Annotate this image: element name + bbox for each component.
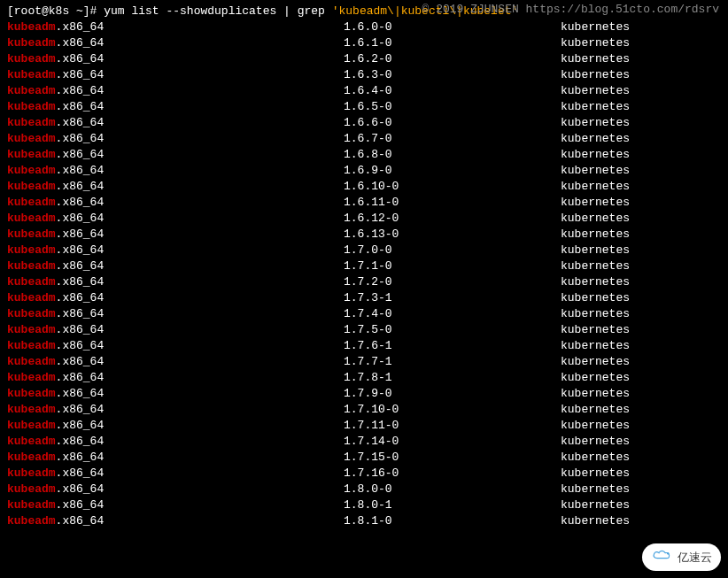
package-name: kubeadm: [7, 132, 56, 145]
package-name: kubeadm: [7, 291, 56, 304]
package-row: kubeadm.x86_641.7.15-0kubernetes: [7, 450, 721, 466]
package-version: 1.7.3-1: [344, 290, 561, 306]
package-name-cell: kubeadm.x86_64: [7, 179, 344, 195]
package-name: kubeadm: [7, 514, 56, 528]
package-list-output: kubeadm.x86_641.6.0-0kuberneteskubeadm.x…: [7, 19, 721, 529]
package-name-cell: kubeadm.x86_64: [7, 338, 344, 354]
package-name-cell: kubeadm.x86_64: [7, 482, 344, 497]
package-arch: .x86_64: [56, 84, 105, 97]
package-name-cell: kubeadm.x86_64: [7, 211, 344, 227]
package-version: 1.6.5-0: [344, 99, 561, 115]
package-row: kubeadm.x86_641.6.13-0kubernetes: [7, 227, 721, 243]
package-arch: .x86_64: [56, 212, 105, 225]
package-name-cell: kubeadm.x86_64: [7, 147, 344, 163]
package-arch: .x86_64: [56, 482, 105, 496]
package-row: kubeadm.x86_641.6.10-0kubernetes: [7, 179, 721, 195]
package-name-cell: kubeadm.x86_64: [7, 466, 344, 482]
watermark-text: © 2019 ZJUNSEN https://blog.51cto.com/rd…: [422, 2, 719, 18]
package-name-cell: kubeadm.x86_64: [7, 386, 344, 402]
package-arch: .x86_64: [56, 132, 105, 145]
package-name: kubeadm: [7, 52, 56, 66]
package-version: 1.6.7-0: [344, 131, 561, 147]
package-row: kubeadm.x86_641.8.0-1kubernetes: [7, 497, 721, 513]
package-version: 1.7.6-1: [344, 338, 561, 354]
package-row: kubeadm.x86_641.6.0-0kubernetes: [7, 19, 721, 35]
package-repo: kubernetes: [561, 450, 630, 466]
package-arch: .x86_64: [56, 36, 105, 50]
package-arch: .x86_64: [56, 387, 105, 400]
package-arch: .x86_64: [56, 148, 105, 161]
package-name: kubeadm: [7, 36, 56, 50]
package-name-cell: kubeadm.x86_64: [7, 51, 344, 67]
package-name: kubeadm: [7, 148, 56, 161]
package-name: kubeadm: [7, 403, 56, 416]
package-arch: .x86_64: [56, 419, 105, 432]
package-name: kubeadm: [7, 164, 56, 177]
package-arch: .x86_64: [56, 275, 105, 289]
package-row: kubeadm.x86_641.6.11-0kubernetes: [7, 195, 721, 211]
provider-badge: 亿速云: [642, 543, 721, 571]
package-repo: kubernetes: [561, 258, 630, 274]
package-name-cell: kubeadm.x86_64: [7, 354, 344, 370]
package-row: kubeadm.x86_641.6.7-0kubernetes: [7, 131, 721, 147]
package-repo: kubernetes: [561, 35, 630, 51]
package-name-cell: kubeadm.x86_64: [7, 497, 344, 513]
package-name: kubeadm: [7, 259, 56, 273]
package-repo: kubernetes: [561, 354, 630, 370]
package-repo: kubernetes: [561, 243, 630, 258]
package-version: 1.6.9-0: [344, 163, 561, 179]
package-row: kubeadm.x86_641.8.0-0kubernetes: [7, 482, 721, 497]
package-row: kubeadm.x86_641.7.6-1kubernetes: [7, 338, 721, 354]
package-repo: kubernetes: [561, 513, 630, 529]
package-repo: kubernetes: [561, 51, 630, 67]
package-arch: .x86_64: [56, 227, 105, 241]
package-name: kubeadm: [7, 466, 56, 480]
package-name: kubeadm: [7, 307, 56, 320]
package-version: 1.7.7-1: [344, 354, 561, 370]
package-version: 1.6.11-0: [344, 195, 561, 211]
package-name-cell: kubeadm.x86_64: [7, 227, 344, 243]
package-name: kubeadm: [7, 180, 56, 193]
package-repo: kubernetes: [561, 497, 630, 513]
package-repo: kubernetes: [561, 227, 630, 243]
package-name-cell: kubeadm.x86_64: [7, 306, 344, 322]
package-name-cell: kubeadm.x86_64: [7, 370, 344, 386]
package-name: kubeadm: [7, 100, 56, 113]
package-repo: kubernetes: [561, 386, 630, 402]
package-version: 1.6.3-0: [344, 67, 561, 83]
package-name-cell: kubeadm.x86_64: [7, 163, 344, 179]
package-arch: .x86_64: [56, 371, 105, 384]
package-arch: .x86_64: [56, 243, 105, 257]
package-row: kubeadm.x86_641.6.5-0kubernetes: [7, 99, 721, 115]
package-arch: .x86_64: [56, 100, 105, 113]
package-arch: .x86_64: [56, 116, 105, 129]
package-repo: kubernetes: [561, 402, 630, 418]
package-repo: kubernetes: [561, 211, 630, 227]
package-arch: .x86_64: [56, 180, 105, 193]
package-arch: .x86_64: [56, 259, 105, 273]
package-name: kubeadm: [7, 355, 56, 368]
package-repo: kubernetes: [561, 290, 630, 306]
package-row: kubeadm.x86_641.6.8-0kubernetes: [7, 147, 721, 163]
package-arch: .x86_64: [56, 196, 105, 209]
package-name: kubeadm: [7, 387, 56, 400]
package-repo: kubernetes: [561, 115, 630, 131]
package-version: 1.8.0-0: [344, 482, 561, 497]
package-version: 1.6.10-0: [344, 179, 561, 195]
package-arch: .x86_64: [56, 466, 105, 480]
package-name-cell: kubeadm.x86_64: [7, 195, 344, 211]
package-repo: kubernetes: [561, 67, 630, 83]
command-text: yum list --showduplicates | grep: [104, 4, 331, 19]
package-version: 1.7.9-0: [344, 386, 561, 402]
package-name: kubeadm: [7, 323, 56, 336]
package-repo: kubernetes: [561, 370, 630, 386]
package-name-cell: kubeadm.x86_64: [7, 115, 344, 131]
package-version: 1.6.0-0: [344, 19, 561, 35]
package-row: kubeadm.x86_641.7.1-0kubernetes: [7, 258, 721, 274]
package-row: kubeadm.x86_641.7.0-0kubernetes: [7, 243, 721, 258]
package-repo: kubernetes: [561, 147, 630, 163]
package-version: 1.7.8-1: [344, 370, 561, 386]
package-row: kubeadm.x86_641.6.3-0kubernetes: [7, 67, 721, 83]
package-row: kubeadm.x86_641.7.7-1kubernetes: [7, 354, 721, 370]
package-name-cell: kubeadm.x86_64: [7, 258, 344, 274]
